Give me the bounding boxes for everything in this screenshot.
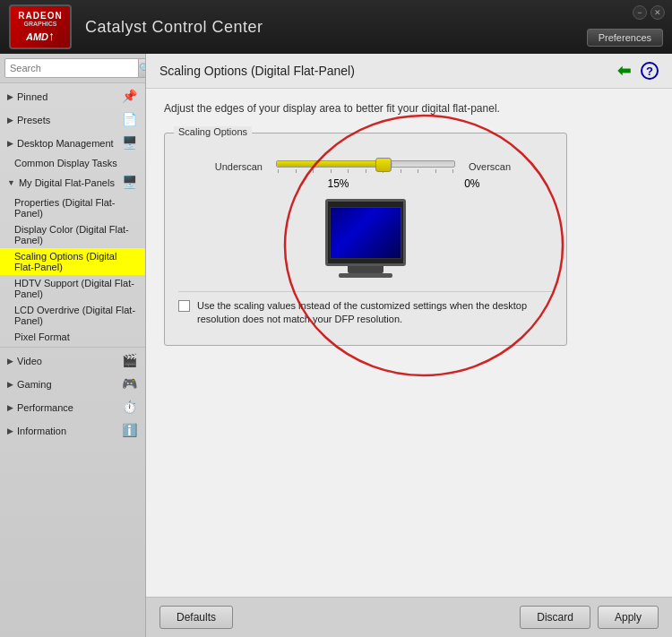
pinned-arrow-icon: ▶ bbox=[7, 92, 13, 101]
scaling-box-title: Scaling Options bbox=[174, 126, 252, 137]
overscan-value: 0% bbox=[464, 177, 479, 190]
sidebar-item-digital-panels[interactable]: ▼ My Digital Flat-Panels 🖥️ bbox=[0, 171, 145, 194]
footer-right: Discard Apply bbox=[520, 606, 659, 629]
sidebar-item-gaming[interactable]: ▶ Gaming 🎮 bbox=[0, 373, 145, 396]
performance-icon: ⏱️ bbox=[122, 400, 138, 416]
content-body-wrapper: Adjust the edges of your display area to… bbox=[146, 89, 672, 597]
title-bar: − ✕ RADEON GRAPHICS AMD↑ Catalyst Contro… bbox=[0, 0, 672, 54]
percentage-row: 15% 0% bbox=[178, 177, 553, 190]
slider-container[interactable] bbox=[276, 160, 455, 173]
monitor-screen bbox=[330, 207, 401, 259]
sidebar-item-lcd-label: LCD Overdrive (Digital Flat-Panel) bbox=[14, 305, 138, 326]
window-controls: − ✕ bbox=[633, 5, 665, 20]
sidebar-item-common-display[interactable]: Common Display Tasks bbox=[0, 155, 145, 171]
slider-row: Underscan bbox=[178, 160, 553, 173]
sidebar-item-pinned[interactable]: ▶ Pinned 📌 bbox=[0, 85, 145, 108]
sidebar-item-performance-label: Performance bbox=[17, 402, 73, 413]
gaming-arrow-icon: ▶ bbox=[7, 380, 13, 389]
scaling-checkbox[interactable] bbox=[178, 300, 190, 312]
sidebar-item-gaming-label: Gaming bbox=[17, 379, 52, 390]
apply-button[interactable]: Apply bbox=[598, 606, 659, 629]
sidebar-item-scaling-options[interactable]: Scaling Options (Digital Flat-Panel) bbox=[0, 248, 145, 275]
search-area: 🔍 ◀ bbox=[0, 54, 145, 83]
sidebar-item-desktop-mgmt-label: Desktop Management bbox=[17, 138, 114, 149]
sidebar-item-video[interactable]: ▶ Video 🎬 bbox=[0, 349, 145, 373]
minimize-button[interactable]: − bbox=[633, 5, 647, 20]
pinned-icon: 📌 bbox=[122, 89, 138, 105]
sidebar-item-display-color-label: Display Color (Digital Flat-Panel) bbox=[14, 224, 138, 245]
sidebar-item-scaling-options-label: Scaling Options (Digital Flat-Panel) bbox=[14, 251, 138, 272]
video-arrow-icon: ▶ bbox=[7, 357, 13, 366]
sidebar-item-presets[interactable]: ▶ Presets 📄 bbox=[0, 108, 145, 132]
desktop-icon: 🖥️ bbox=[122, 135, 138, 151]
sidebar-item-desktop-mgmt[interactable]: ▶ Desktop Management 🖥️ bbox=[0, 132, 145, 155]
sidebar-item-pixel-format-label: Pixel Format bbox=[14, 331, 70, 342]
checkbox-row: Use the scaling values instead of the cu… bbox=[178, 291, 553, 331]
sidebar-separator-1 bbox=[0, 347, 145, 348]
logo-amd-text: AMD↑ bbox=[26, 29, 55, 43]
sidebar-item-performance[interactable]: ▶ Performance ⏱️ bbox=[0, 396, 145, 419]
slider-track bbox=[276, 160, 455, 168]
sidebar-item-common-display-label: Common Display Tasks bbox=[14, 158, 117, 168]
monitor-stand bbox=[348, 266, 383, 273]
underscan-label: Underscan bbox=[209, 161, 263, 172]
slider-thumb[interactable] bbox=[375, 158, 392, 172]
footer: Defaults Discard Apply bbox=[146, 597, 672, 637]
sidebar-item-properties-label: Properties (Digital Flat-Panel) bbox=[14, 197, 138, 219]
gaming-icon: 🎮 bbox=[122, 376, 138, 392]
sidebar-item-digital-panels-label: My Digital Flat-Panels bbox=[19, 177, 115, 188]
sidebar-item-hdtv-label: HDTV Support (Digital Flat-Panel) bbox=[14, 278, 138, 299]
information-icon: ℹ️ bbox=[122, 423, 138, 439]
sidebar-item-pixel-format[interactable]: Pixel Format bbox=[0, 329, 145, 345]
monitor-base bbox=[339, 273, 392, 278]
logo-graphics-text: GRAPHICS bbox=[24, 21, 57, 27]
content-area: Scaling Options (Digital Flat-Panel) ⬅ ?… bbox=[146, 54, 672, 637]
information-arrow-icon: ▶ bbox=[7, 426, 13, 435]
sidebar-item-information[interactable]: ▶ Information ℹ️ bbox=[0, 419, 145, 443]
app-title: Catalyst Control Center bbox=[85, 18, 263, 37]
performance-arrow-icon: ▶ bbox=[7, 403, 13, 412]
underscan-value: 15% bbox=[328, 177, 349, 190]
content-header: Scaling Options (Digital Flat-Panel) ⬅ ? bbox=[146, 54, 672, 89]
sidebar: 🔍 ◀ ▶ Pinned 📌 ▶ Presets 📄 ▶ Desktop Man… bbox=[0, 54, 146, 637]
close-button[interactable]: ✕ bbox=[650, 5, 665, 20]
digital-panels-arrow-icon: ▼ bbox=[7, 178, 15, 187]
header-icons: ⬅ ? bbox=[614, 61, 659, 81]
help-button[interactable]: ? bbox=[641, 62, 659, 80]
overscan-label: Overscan bbox=[469, 161, 522, 172]
monitor-wrapper bbox=[325, 199, 406, 278]
sidebar-item-video-label: Video bbox=[17, 356, 42, 366]
scaling-options-box: Scaling Options Underscan bbox=[164, 133, 567, 346]
desktop-arrow-icon: ▶ bbox=[7, 139, 13, 148]
content-title: Scaling Options (Digital Flat-Panel) bbox=[159, 64, 355, 78]
sidebar-item-presets-label: Presets bbox=[17, 115, 50, 125]
monitor-area bbox=[178, 199, 553, 278]
sidebar-item-lcd[interactable]: LCD Overdrive (Digital Flat-Panel) bbox=[0, 302, 145, 329]
amd-logo: RADEON GRAPHICS AMD↑ bbox=[9, 4, 72, 49]
main-layout: 🔍 ◀ ▶ Pinned 📌 ▶ Presets 📄 ▶ Desktop Man… bbox=[0, 54, 672, 637]
defaults-button[interactable]: Defaults bbox=[159, 606, 233, 629]
logo-radeon-text: RADEON bbox=[18, 11, 62, 21]
sidebar-item-properties[interactable]: Properties (Digital Flat-Panel) bbox=[0, 194, 145, 221]
digital-panels-icon: 🖥️ bbox=[122, 175, 138, 191]
sidebar-item-information-label: Information bbox=[17, 426, 66, 436]
search-input[interactable] bbox=[4, 58, 139, 78]
content-description: Adjust the edges of your display area to… bbox=[164, 102, 654, 115]
sidebar-item-display-color[interactable]: Display Color (Digital Flat-Panel) bbox=[0, 221, 145, 248]
green-arrow-icon: ⬅ bbox=[617, 61, 631, 81]
presets-icon: 📄 bbox=[122, 112, 138, 128]
back-icon[interactable]: ⬅ bbox=[614, 61, 633, 81]
presets-arrow-icon: ▶ bbox=[7, 116, 13, 125]
monitor-display bbox=[325, 199, 406, 266]
sidebar-item-pinned-label: Pinned bbox=[17, 91, 47, 102]
sidebar-nav: ▶ Pinned 📌 ▶ Presets 📄 ▶ Desktop Managem… bbox=[0, 83, 145, 444]
sidebar-item-hdtv[interactable]: HDTV Support (Digital Flat-Panel) bbox=[0, 275, 145, 302]
video-icon: 🎬 bbox=[122, 353, 138, 369]
tick-marks bbox=[276, 169, 455, 173]
content-body: Adjust the edges of your display area to… bbox=[146, 89, 672, 359]
discard-button[interactable]: Discard bbox=[520, 606, 590, 629]
search-button[interactable]: 🔍 bbox=[139, 58, 146, 78]
preferences-button[interactable]: Preferences bbox=[587, 29, 663, 47]
checkbox-label: Use the scaling values instead of the cu… bbox=[197, 299, 553, 327]
